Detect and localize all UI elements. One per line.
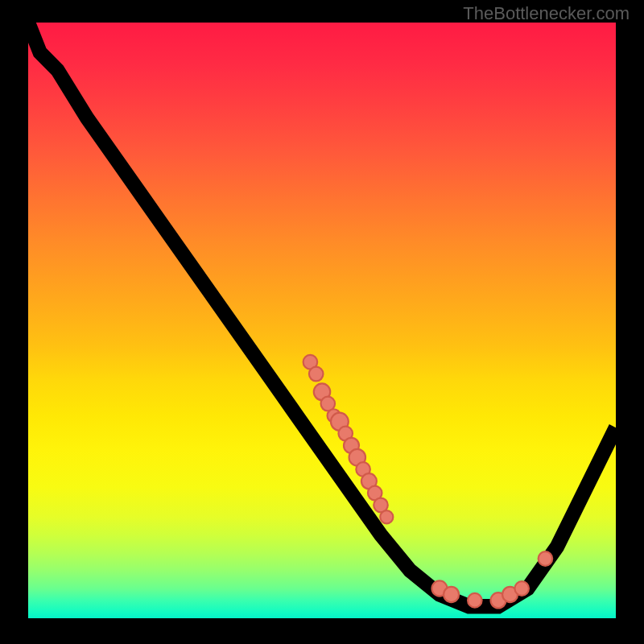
- data-point: [514, 581, 529, 596]
- watermark-text: TheBottlenecker.com: [463, 3, 630, 24]
- chart-plot-area: [28, 23, 616, 618]
- data-point: [468, 593, 482, 608]
- bottleneck-curve: [28, 23, 616, 606]
- data-point: [380, 510, 393, 523]
- chart-svg: [28, 23, 616, 618]
- data-point: [309, 367, 324, 382]
- data-point: [444, 587, 459, 602]
- data-point: [539, 551, 553, 566]
